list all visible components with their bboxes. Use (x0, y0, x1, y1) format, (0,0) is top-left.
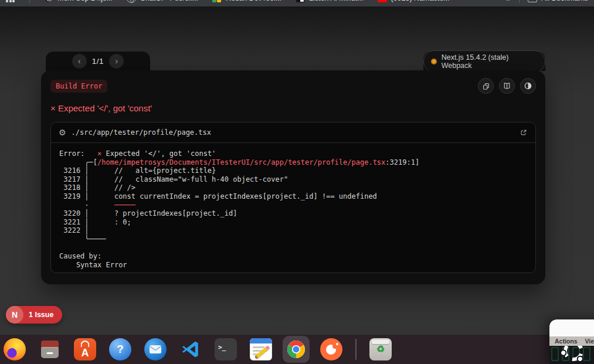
dock-app-thunderbird[interactable] (144, 338, 167, 360)
stale-indicator-dot (431, 59, 437, 64)
code-line: 3219 │ const currentIndex = projectIndex… (59, 192, 527, 201)
bookmark-label: Listen AI Mindt... (309, 0, 363, 2)
dock-app-firefox[interactable] (4, 338, 26, 360)
colored-grid-favicon-icon (212, 0, 222, 3)
code-line: 3221 │ : 0; (59, 218, 527, 227)
bookmark-item[interactable]: Redux DevTool... (212, 0, 281, 3)
nextjs-issue-badge[interactable]: N 1 Issue (6, 306, 62, 324)
error-count: 1/1 (92, 57, 104, 66)
book-icon (503, 81, 511, 90)
trash-icon: ♻ (369, 338, 392, 360)
dock: A?>_♻ (0, 335, 594, 364)
next-error-button[interactable]: › (109, 54, 124, 69)
dock-app-chrome[interactable] (285, 338, 307, 360)
code-frame-header: ⚙ ./src/app/tester/profile/page.tsx (51, 123, 535, 143)
code-line: Caused by: (59, 252, 527, 261)
error-message: × Expected '</', got 'const' (50, 103, 536, 113)
open-in-editor-icon[interactable] (520, 128, 528, 137)
mini-window-content (549, 346, 594, 364)
code-line: ╭─[/home/impetrosys/Documents/ITesterUI/… (59, 158, 527, 167)
bookmarks-bar: Mem Sep 24.js...ChatGP-T scroll...Redux … (0, 0, 594, 6)
dock-app-terminal[interactable]: >_ (215, 338, 237, 360)
folder-icon (528, 0, 537, 2)
half-circle-icon (524, 81, 532, 90)
code-line: 3220 │ ? projectIndexes[project._id] (59, 209, 527, 218)
app-center-icon: A (74, 338, 96, 360)
error-type-badge: Build Error (50, 80, 107, 93)
bookmark-item[interactable]: ChatGP-T scroll... (127, 0, 198, 3)
bookmark-label: Mem Sep 24.js... (57, 0, 113, 2)
code-line: · ───── (59, 201, 527, 210)
dock-separator (355, 339, 357, 360)
code-frame-body: Error: × Expected '</', got 'const' ╭─[/… (51, 143, 535, 273)
text-editor-icon (250, 338, 272, 360)
bookmarks-list: Mem Sep 24.js...ChatGP-T scroll...Redux … (44, 0, 450, 3)
version-tab: Next.js 15.4.2 (stale) Webpack (423, 52, 545, 71)
error-dialog-body: Build Error × Expected '</', got 'const' (41, 70, 545, 284)
mini-app-window[interactable]: ActionsView (549, 319, 594, 364)
nextjs-version-badge: Next.js 15.4.2 (stale) Webpack (423, 50, 545, 73)
bookmark-label: (9913) Namaste... (391, 0, 450, 2)
code-line (59, 244, 527, 253)
error-pagination-tab: ‹ 1/1 › (46, 52, 150, 71)
docs-button[interactable] (499, 78, 515, 94)
bookmark-item[interactable]: Mem Sep 24.js... (44, 0, 113, 3)
error-overlay-dialog: ‹ 1/1 › Next.js 15.4.2 (stale) Webpack B… (41, 52, 545, 284)
code-line: Error: × Expected '</', got 'const' (59, 149, 527, 158)
code-line: ╰──── (59, 235, 527, 244)
ubuntu-spinner-icon (560, 346, 587, 364)
terminal-icon: >_ (215, 338, 237, 360)
bookmark-label: Redux DevTool... (226, 0, 281, 2)
dock-app-text-editor[interactable] (250, 338, 272, 360)
vscode-icon (179, 338, 202, 360)
code-line: 3222 │ (59, 226, 527, 235)
menu-item-view[interactable]: View (585, 338, 594, 345)
bookmarks-overflow-chevron[interactable]: » (506, 0, 511, 3)
code-line: 3217 │ // className="w-full h-40 object-… (59, 175, 527, 184)
bookmarks-separator (519, 0, 520, 3)
bundler-icon: ⚙ (59, 128, 66, 137)
bookmark-label: ChatGP-T scroll... (140, 0, 198, 2)
dock-app-app-center[interactable]: A (74, 338, 96, 360)
prev-error-button[interactable]: ‹ (72, 54, 87, 69)
dock-app-help[interactable]: ? (109, 338, 131, 360)
theme-toggle-button[interactable] (520, 78, 536, 94)
desktop-screen: Mem Sep 24.js...ChatGP-T scroll...Redux … (0, 0, 594, 364)
globe-favicon-icon (127, 0, 136, 3)
dark-square-favicon-icon (296, 0, 305, 3)
postman-icon (320, 338, 342, 360)
chrome-icon (285, 338, 307, 360)
thunderbird-icon (144, 338, 167, 360)
dock-app-postman[interactable] (320, 338, 342, 360)
code-line: 3218 │ // /> (59, 183, 527, 192)
code-line: 3216 │ // alt={project.title} (59, 166, 527, 175)
issue-count-label: 1 Issue (29, 311, 53, 319)
overlay-tabs-row: ‹ 1/1 › Next.js 15.4.2 (stale) Webpack (41, 52, 545, 70)
apps-grid-icon[interactable] (6, 0, 15, 3)
bookmark-item[interactable]: Listen AI Mindt... (296, 0, 363, 3)
copy-error-button[interactable] (478, 78, 494, 94)
mini-window-titlebar[interactable] (549, 319, 594, 336)
files-icon (39, 338, 61, 360)
firefox-icon (4, 338, 26, 360)
bookmarks-separator (29, 0, 30, 3)
code-line: Syntax Error (59, 261, 527, 270)
file-path: ./src/app/tester/profile/page.tsx (72, 128, 514, 137)
dark-circle-favicon-icon (44, 0, 53, 3)
dock-app-vscode[interactable] (179, 338, 202, 360)
dock-app-files[interactable] (39, 338, 61, 360)
youtube-favicon-icon (378, 0, 387, 2)
dock-app-trash[interactable]: ♻ (369, 338, 392, 360)
menu-item-actions[interactable]: Actions (555, 338, 578, 345)
all-bookmarks-button[interactable]: All Bookmarks (528, 0, 588, 2)
bookmark-item[interactable]: (9913) Namaste... (378, 0, 450, 3)
copy-icon (482, 82, 490, 90)
nextjs-logo: N (6, 306, 23, 324)
code-frame: ⚙ ./src/app/tester/profile/page.tsx Erro… (50, 122, 536, 273)
help-icon: ? (109, 338, 131, 360)
mini-window-menubar: ActionsView (549, 336, 594, 346)
